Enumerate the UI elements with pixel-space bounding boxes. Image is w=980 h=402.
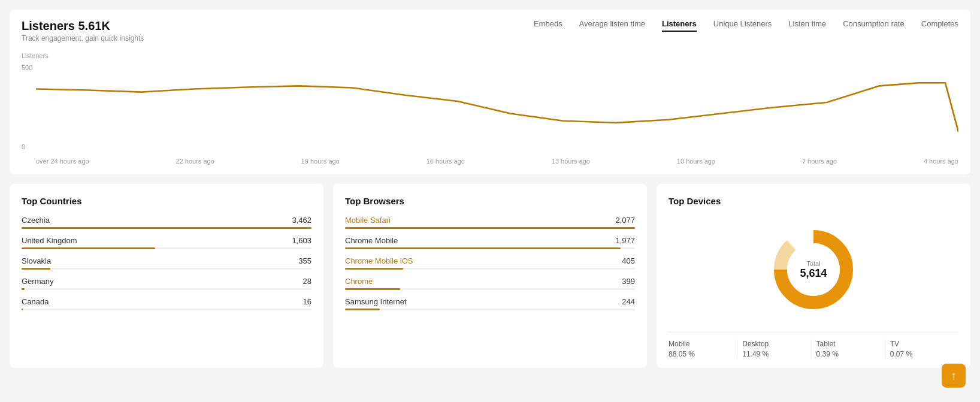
list-item: United Kingdom 1,603	[22, 236, 311, 249]
top-devices-panel: Top Devices	[657, 184, 970, 368]
nav-tabs: EmbedsAverage listen timeListenersUnique…	[534, 19, 958, 32]
device-name: Tablet	[816, 340, 880, 348]
device-pct: 0.07 %	[890, 350, 954, 358]
list-item: Mobile Safari 2,077	[345, 216, 635, 229]
bar-bg	[345, 268, 635, 270]
device-name: TV	[890, 340, 954, 348]
top-browsers-panel: Top Browsers Mobile Safari 2,077 Chrome …	[333, 184, 647, 368]
chart-x-label: 16 hours ago	[427, 158, 465, 165]
browser-name: Samsung Internet	[345, 297, 407, 306]
nav-tab-listen-time[interactable]: Listen time	[788, 19, 826, 32]
donut-chart: Total 5,614	[766, 222, 861, 318]
nav-tab-unique-listeners[interactable]: Unique Listeners	[713, 19, 772, 32]
browser-name[interactable]: Mobile Safari	[345, 216, 391, 225]
nav-tab-listeners[interactable]: Listeners	[662, 19, 697, 32]
nav-tab-completes[interactable]: Completes	[921, 19, 958, 32]
browsers-rows: Mobile Safari 2,077 Chrome Mobile 1,977 …	[345, 216, 635, 310]
country-name: United Kingdom	[22, 236, 77, 245]
list-item: Chrome Mobile 1,977	[345, 236, 635, 249]
chart-x-label: 4 hours ago	[924, 158, 958, 165]
top-countries-panel: Top Countries Czechia 3,462 United Kingd…	[10, 184, 323, 368]
bar-fill	[345, 309, 380, 310]
device-legend-item: TV 0.07 %	[885, 340, 958, 358]
chart-y-0: 0	[22, 143, 25, 150]
chart-x-label: 13 hours ago	[552, 158, 590, 165]
top-browsers-title: Top Browsers	[345, 196, 635, 206]
list-item: Samsung Internet 244	[345, 297, 635, 310]
country-value: 355	[298, 256, 311, 265]
chart-x-label: over 24 hours ago	[36, 158, 89, 165]
list-item: Slovakia 355	[22, 256, 311, 270]
bar-fill	[22, 268, 50, 270]
bar-fill	[345, 268, 403, 270]
bar-bg	[345, 247, 635, 249]
browser-value: 2,077	[615, 216, 635, 225]
browser-value: 244	[622, 297, 635, 306]
chart-x-label: 19 hours ago	[301, 158, 340, 165]
device-legend: Mobile 88.05 % Desktop 11.49 % Tablet 0.…	[669, 332, 958, 358]
chart-x-label: 10 hours ago	[677, 158, 715, 165]
donut-container: Total 5,614 Mobile 88.05 % Desktop 11.49…	[669, 216, 958, 358]
bar-fill	[345, 227, 635, 229]
donut-total-value: 5,614	[800, 267, 827, 280]
title-area: Listeners 5.61K Track engagement, gain q…	[22, 19, 144, 43]
page-title: Listeners 5.61K	[22, 19, 144, 33]
donut-total-label: Total	[800, 260, 827, 267]
list-item: Canada 16	[22, 297, 311, 310]
chart-area: Listeners 500 0 over 24 hours ago22 hour…	[22, 47, 958, 167]
device-legend-item: Desktop 11.49 %	[737, 340, 811, 358]
bar-fill	[22, 247, 155, 249]
countries-rows: Czechia 3,462 United Kingdom 1,603 Slova…	[22, 216, 311, 310]
top-header: Listeners 5.61K Track engagement, gain q…	[22, 19, 958, 43]
browser-value: 399	[622, 277, 635, 286]
bar-fill	[22, 288, 25, 290]
list-item: Germany 28	[22, 277, 311, 290]
device-legend-item: Tablet 0.39 %	[812, 340, 885, 358]
bar-bg	[345, 288, 635, 290]
device-pct: 88.05 %	[669, 350, 732, 358]
list-item: Chrome 399	[345, 277, 635, 290]
country-name: Slovakia	[22, 256, 51, 265]
bar-bg	[22, 227, 311, 229]
chart-y-500: 500	[22, 64, 32, 71]
page-subtitle: Track engagement, gain quick insights	[22, 34, 144, 43]
nav-tab-embeds[interactable]: Embeds	[534, 19, 562, 32]
nav-tab-consumption-rate[interactable]: Consumption rate	[843, 19, 905, 32]
bar-bg	[22, 247, 311, 249]
list-item: Chrome Mobile iOS 405	[345, 256, 635, 270]
browser-value: 405	[622, 256, 635, 265]
browser-name[interactable]: Chrome Mobile iOS	[345, 256, 413, 265]
country-value: 16	[303, 297, 311, 306]
bottom-panels: Top Countries Czechia 3,462 United Kingd…	[10, 184, 970, 368]
bar-fill	[22, 227, 311, 229]
bar-fill	[345, 288, 400, 290]
scroll-top-button[interactable]: ↑	[942, 364, 966, 377]
country-name: Canada	[22, 297, 49, 306]
country-value: 1,603	[292, 236, 311, 245]
top-countries-title: Top Countries	[22, 196, 311, 206]
country-name: Germany	[22, 277, 53, 286]
device-legend-item: Mobile 88.05 %	[669, 340, 737, 358]
device-name: Desktop	[742, 340, 806, 348]
browser-name: Chrome Mobile	[345, 236, 398, 245]
country-name: Czechia	[22, 216, 50, 225]
bar-fill	[345, 247, 621, 249]
bar-bg	[22, 288, 311, 290]
device-name: Mobile	[669, 340, 732, 348]
chart-x-labels: over 24 hours ago22 hours ago19 hours ag…	[36, 158, 958, 165]
country-value: 3,462	[292, 216, 311, 225]
bar-bg	[22, 268, 311, 270]
chart-x-label: 7 hours ago	[802, 158, 837, 165]
browser-name[interactable]: Chrome	[345, 277, 373, 286]
bar-bg	[345, 309, 635, 310]
bar-bg	[22, 309, 311, 310]
top-section: Listeners 5.61K Track engagement, gain q…	[10, 10, 970, 174]
donut-center: Total 5,614	[800, 260, 827, 280]
country-value: 28	[303, 277, 311, 286]
chart-x-label: 22 hours ago	[176, 158, 214, 165]
nav-tab-average-listen-time[interactable]: Average listen time	[579, 19, 645, 32]
bar-fill	[22, 309, 23, 310]
device-pct: 0.39 %	[816, 350, 880, 358]
chart-svg	[36, 52, 958, 150]
bar-bg	[345, 227, 635, 229]
